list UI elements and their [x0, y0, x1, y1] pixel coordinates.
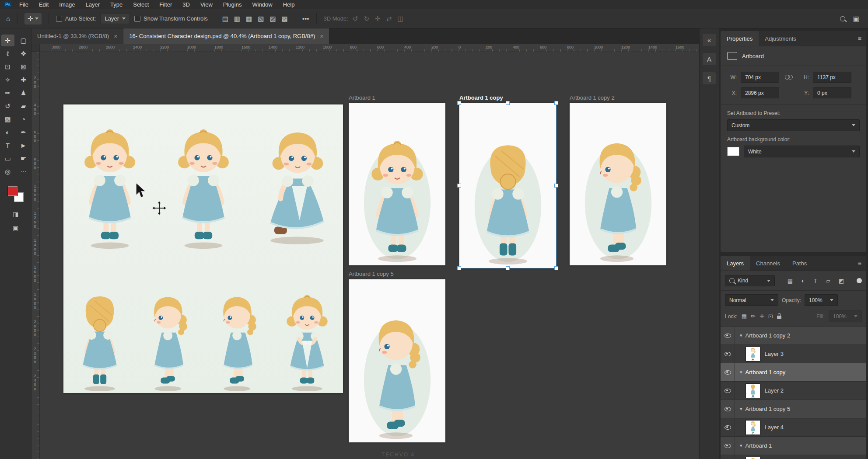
artboard-label[interactable]: Artboard 1 copy 5: [349, 267, 445, 279]
filter-shape-layers-icon[interactable]: ▱: [826, 278, 830, 284]
menu-item[interactable]: View: [200, 1, 213, 8]
align-right-icon[interactable]: ▦: [246, 15, 252, 22]
object-selection-tool[interactable]: ❖: [17, 48, 30, 59]
filter-type-layers-icon[interactable]: T: [813, 278, 817, 284]
lock-position-icon[interactable]: ✛: [760, 313, 764, 320]
link-dimensions-icon[interactable]: [783, 75, 795, 80]
more-options-icon[interactable]: •••: [302, 15, 309, 22]
menu-item[interactable]: Layer: [86, 1, 100, 8]
menu-item[interactable]: 3D: [182, 1, 190, 8]
blend-mode-dropdown[interactable]: Normal: [725, 294, 778, 306]
panel-menu-icon[interactable]: ≡: [853, 256, 866, 271]
expand-chevron-icon[interactable]: ▾: [740, 443, 742, 449]
filter-toggle-icon[interactable]: [857, 278, 862, 283]
menu-item[interactable]: Help: [283, 1, 295, 8]
expand-chevron-icon[interactable]: ▾: [740, 369, 742, 375]
rectangle-tool[interactable]: ▭: [1, 153, 14, 164]
foreground-color-swatch[interactable]: [8, 186, 18, 196]
layer-row[interactable]: ▾ Artboard 1 copy: [721, 363, 866, 382]
menu-item[interactable]: Select: [133, 1, 149, 8]
layer-row[interactable]: ▾ Layer 2: [721, 382, 866, 400]
distribute-horizontal-icon[interactable]: ▧: [258, 15, 264, 22]
canvas[interactable]: Artboard 1: [40, 52, 699, 459]
panel-tab[interactable]: Paths: [786, 256, 813, 271]
artboard-background-swatch[interactable]: [727, 147, 739, 156]
selection-handle[interactable]: [506, 101, 510, 105]
x-position-input[interactable]: 2896 px: [741, 87, 779, 98]
layer-row[interactable]: ▾ Artboard 1 copy 5: [721, 400, 866, 418]
visibility-toggle[interactable]: [721, 345, 735, 363]
width-input[interactable]: 704 px: [741, 72, 779, 83]
layer-row[interactable]: ▾ Artboard 1 copy 2: [721, 327, 866, 345]
visibility-toggle[interactable]: [721, 437, 735, 455]
panel-tab[interactable]: Properties: [721, 31, 759, 46]
visibility-toggle[interactable]: [721, 455, 735, 459]
artboard-surface[interactable]: [459, 103, 556, 268]
artboard-surface[interactable]: [349, 279, 445, 442]
healing-brush-tool[interactable]: ✚: [17, 74, 30, 86]
eyedropper-tool[interactable]: ✧: [1, 74, 14, 86]
type-tool[interactable]: T: [1, 139, 14, 151]
expand-chevron-icon[interactable]: ▾: [740, 333, 742, 338]
menu-item[interactable]: Filter: [159, 1, 172, 8]
align-options-icon[interactable]: ▩: [282, 15, 288, 22]
show-transform-controls-checkbox[interactable]: Show Transform Controls: [134, 15, 208, 22]
reference-image[interactable]: [63, 104, 343, 393]
selection-handle[interactable]: [506, 266, 510, 270]
crop-tool[interactable]: ⊡: [1, 61, 14, 73]
visibility-toggle[interactable]: [721, 327, 735, 344]
artboard[interactable]: Artboard 1: [349, 90, 445, 265]
layer-row[interactable]: ▾ Artboard 1: [721, 437, 866, 455]
eraser-tool[interactable]: ▰: [17, 100, 30, 112]
layer-row[interactable]: ▾ Layer 1: [721, 455, 866, 459]
lock-artboard-icon[interactable]: ⊡: [768, 313, 773, 320]
color-swatches[interactable]: [8, 186, 24, 202]
screen-mode-icon[interactable]: ▣: [13, 224, 18, 233]
menu-item[interactable]: Window: [252, 1, 272, 8]
auto-select-target-dropdown[interactable]: Layer: [100, 13, 130, 24]
path-selection-tool[interactable]: ►: [17, 139, 30, 151]
selection-handle[interactable]: [457, 184, 461, 188]
distribute-vertical-icon[interactable]: ▨: [270, 15, 276, 22]
lock-pixels-icon[interactable]: ✏: [751, 313, 756, 320]
checkbox-icon[interactable]: [134, 16, 140, 22]
quick-mask-icon[interactable]: ◨: [13, 210, 18, 219]
artboard[interactable]: Artboard 1 copy 5: [349, 267, 445, 442]
visibility-toggle[interactable]: [721, 363, 735, 381]
menu-item[interactable]: Plugins: [223, 1, 242, 8]
align-left-icon[interactable]: ▤: [222, 15, 228, 22]
menu-item[interactable]: File: [19, 1, 28, 8]
panel-tab[interactable]: Channels: [750, 256, 786, 271]
artboard-surface[interactable]: [570, 103, 666, 265]
auto-select-checkbox[interactable]: Auto-Select:: [56, 15, 96, 22]
selection-handle[interactable]: [457, 266, 461, 270]
close-tab-icon[interactable]: ×: [114, 33, 117, 40]
clone-stamp-tool[interactable]: ♟: [17, 87, 30, 99]
artboard[interactable]: Artboard 1 copy 2: [570, 90, 666, 265]
artboard-label[interactable]: Artboard 1 copy 2: [570, 90, 666, 103]
hand-tool[interactable]: ☛: [17, 153, 30, 164]
document-tab[interactable]: 16- Consistent Character design.psd @ 40…: [123, 28, 329, 44]
home-icon[interactable]: ⌂: [6, 15, 10, 22]
close-tab-icon[interactable]: ×: [320, 33, 323, 40]
selection-handle[interactable]: [554, 101, 558, 105]
rectangular-marquee-tool[interactable]: ▢: [17, 35, 30, 46]
menu-item[interactable]: Image: [59, 1, 75, 8]
menu-item[interactable]: Type: [110, 1, 122, 8]
expand-chevron-icon[interactable]: ▾: [740, 406, 742, 412]
blur-tool[interactable]: ◔: [17, 113, 30, 125]
frame-tool[interactable]: ⊠: [17, 61, 30, 73]
gradient-tool[interactable]: ▩: [1, 113, 14, 125]
brush-tool[interactable]: ✏: [1, 87, 14, 99]
lock-all-icon[interactable]: [777, 316, 781, 319]
selection-handle[interactable]: [554, 184, 558, 188]
artboard-label[interactable]: Artboard 1: [349, 90, 445, 103]
panel-tab[interactable]: Layers: [721, 256, 750, 271]
artboard[interactable]: Artboard 1 copy: [459, 90, 556, 268]
history-brush-tool[interactable]: ↺: [1, 100, 14, 112]
visibility-toggle[interactable]: [721, 418, 735, 436]
selection-handle[interactable]: [457, 101, 461, 105]
filter-pixel-layers-icon[interactable]: ▦: [788, 278, 793, 284]
menu-item[interactable]: Edit: [39, 1, 49, 8]
collapse-panels-icon[interactable]: «: [703, 34, 716, 46]
